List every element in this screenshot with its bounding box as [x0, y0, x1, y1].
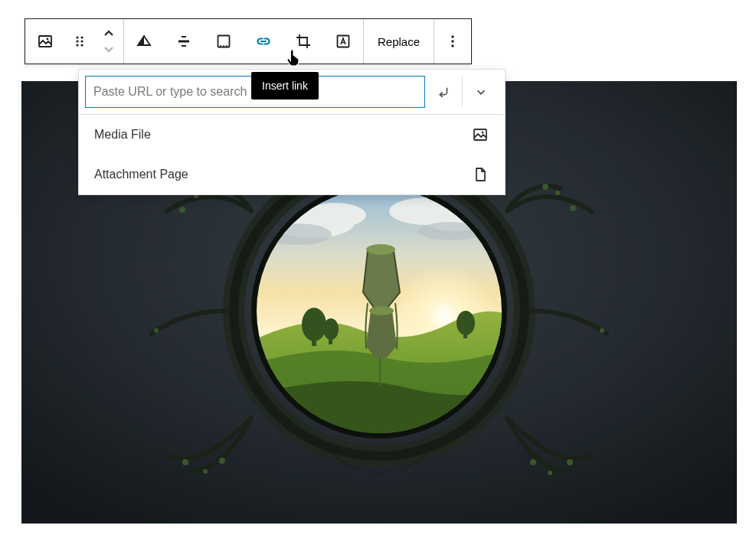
align-button[interactable] [124, 19, 164, 64]
svg-rect-36 [39, 36, 51, 47]
svg-point-34 [366, 244, 395, 255]
return-icon [435, 83, 452, 100]
drag-icon [70, 32, 89, 51]
svg-point-57 [482, 132, 484, 134]
move-up-button[interactable] [103, 26, 115, 41]
svg-point-48 [220, 45, 221, 47]
svg-point-12 [203, 469, 208, 474]
svg-point-15 [548, 471, 552, 475]
image-icon [36, 32, 54, 51]
svg-rect-45 [182, 36, 186, 38]
svg-rect-31 [329, 337, 332, 344]
cursor-hand-icon [285, 47, 302, 67]
link-submit-button[interactable] [425, 76, 462, 108]
move-controls [94, 26, 123, 57]
svg-rect-56 [474, 129, 486, 140]
svg-point-5 [179, 207, 185, 213]
svg-rect-33 [463, 331, 467, 338]
link-icon [254, 32, 273, 51]
vertical-align-icon [175, 32, 193, 51]
svg-point-14 [567, 459, 573, 465]
svg-rect-44 [178, 41, 189, 43]
link-option-attachment-page[interactable]: Attachment Page [79, 155, 505, 194]
svg-point-8 [570, 205, 576, 211]
duotone-icon [214, 32, 233, 51]
svg-point-40 [76, 40, 78, 42]
insert-link-button[interactable] [244, 19, 283, 64]
svg-point-10 [542, 184, 548, 190]
link-option-label: Attachment Page [94, 168, 188, 181]
replace-label: Replace [378, 35, 420, 48]
link-option-media-file[interactable]: Media File [79, 115, 505, 155]
svg-point-43 [80, 44, 83, 46]
svg-point-38 [76, 36, 78, 38]
svg-point-54 [451, 40, 453, 42]
svg-rect-29 [312, 335, 316, 346]
chevron-up-icon [103, 28, 115, 40]
tooltip-text: Insert link [262, 80, 308, 92]
svg-rect-46 [182, 45, 186, 47]
more-vertical-icon [443, 32, 462, 51]
link-option-label: Media File [94, 128, 151, 142]
replace-button[interactable]: Replace [364, 19, 434, 64]
tooltip: Insert link [251, 72, 319, 99]
more-options-button[interactable] [434, 19, 471, 64]
link-settings-button[interactable] [462, 76, 499, 108]
duotone-button[interactable] [204, 19, 244, 64]
block-type-button[interactable] [25, 19, 65, 64]
vertical-align-button[interactable] [164, 19, 204, 64]
image-icon [471, 126, 489, 144]
svg-point-9 [555, 191, 560, 195]
svg-point-49 [223, 45, 224, 47]
svg-point-18 [600, 328, 604, 333]
svg-point-13 [219, 458, 225, 464]
svg-point-53 [451, 35, 453, 38]
svg-point-30 [323, 318, 339, 340]
svg-point-39 [80, 36, 83, 38]
chevron-down-icon [103, 43, 115, 55]
svg-point-50 [226, 45, 227, 47]
svg-point-41 [80, 40, 83, 42]
svg-point-42 [76, 44, 78, 46]
svg-point-17 [154, 328, 159, 333]
svg-point-35 [369, 306, 394, 315]
svg-point-55 [451, 44, 453, 47]
drag-handle[interactable] [65, 19, 94, 64]
text-overlay-icon [334, 32, 352, 51]
svg-point-37 [47, 38, 49, 41]
text-overlay-button[interactable] [323, 19, 363, 64]
chevron-down-icon [473, 83, 489, 100]
move-down-button[interactable] [103, 41, 115, 57]
svg-point-11 [182, 459, 188, 465]
svg-point-16 [530, 459, 536, 465]
align-icon [135, 32, 153, 51]
page-icon [471, 165, 489, 184]
block-toolbar: Replace [25, 18, 472, 64]
